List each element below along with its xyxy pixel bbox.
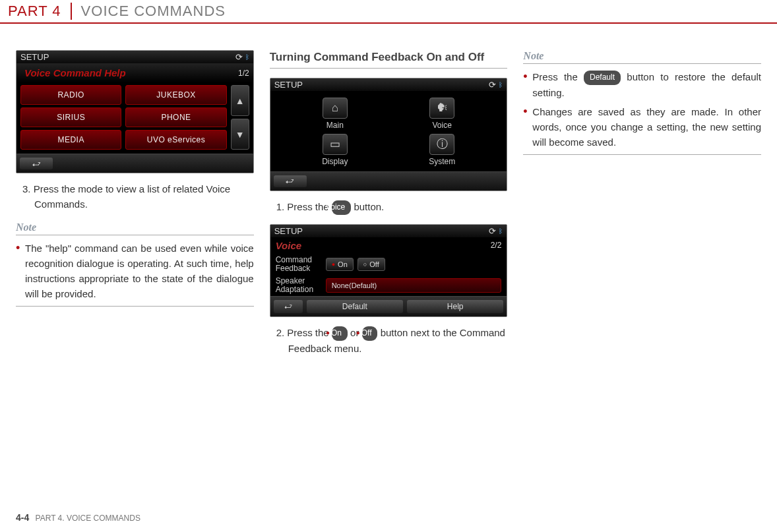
bluetooth-icon: ᛒ [499,81,503,88]
default-button[interactable]: Default [307,300,403,313]
page-header: PART 4 VOICE COMMANDS [0,0,777,24]
sync-icon: ⟳ [235,52,243,62]
status-icons: ⟳ ᛒ [489,226,503,236]
t: 1. Press the [276,201,332,212]
screenshot-voice-settings: SETUP ⟳ ᛒ Voice 2/2 Command Feedback On … [270,224,508,318]
main-tile[interactable]: ⌂Main [284,98,387,130]
system-tile[interactable]: ⓘSystem [390,134,493,166]
ss-title: SETUP [274,226,303,236]
ss-subtitle: Voice Command Help [20,66,130,80]
note-heading: Note [523,50,761,64]
radio-button[interactable]: RADIO [20,85,121,105]
t: Press the [532,71,584,82]
page-indicator: 2/2 [491,241,502,250]
scroll-up-button[interactable]: ▲ [231,85,249,116]
jukebox-button[interactable]: JUKEBOX [125,85,226,105]
note-heading: Note [16,222,254,235]
ss-title: SETUP [20,52,49,62]
t: button. [351,201,384,212]
page-indicator: 1/2 [238,69,249,78]
note-rule [523,154,761,155]
phone-button[interactable]: PHONE [125,107,226,127]
footer-text: PART 4. VOICE COMMANDS [36,514,140,523]
tile-label: Display [322,157,348,166]
sync-icon: ⟳ [489,226,496,236]
column-3: Note Press the Default button to restore… [523,50,761,365]
column-2: Turning Command Feedback On and Off SETU… [270,50,508,365]
off-pill: ●Off [362,326,378,341]
status-icons: ⟳ ᛒ [235,52,249,62]
speaker-adapt-label: Speaker Adaptation [276,277,322,294]
speaker-adapt-select[interactable]: None(Default) [326,278,502,293]
off-radio[interactable]: Off [357,258,385,271]
bluetooth-icon: ᛒ [245,53,249,61]
note-bullet-1: Press the Default button to restore the … [523,69,761,100]
back-button[interactable]: ⮐ [20,158,53,169]
sync-icon: ⟳ [489,80,496,90]
media-button[interactable]: MEDIA [20,130,121,150]
display-icon: ▭ [323,134,348,155]
step-2-text: 2. Press the ●On or ●Off button next to … [275,325,508,356]
content-columns: SETUP ⟳ ᛒ Voice Command Help 1/2 RADIO S… [0,24,777,365]
help-button[interactable]: Help [407,300,503,313]
step-1-text: 1. Press the Voice button. [275,199,508,215]
home-icon: ⌂ [323,98,348,119]
info-icon: ⓘ [429,134,454,155]
tile-label: System [429,157,455,166]
scroll-down-button[interactable]: ▼ [231,119,249,150]
voice-pill: Voice [332,200,351,215]
t: 2. Press the [276,327,332,338]
on-radio[interactable]: On [326,258,354,271]
tile-label: Main [326,121,344,130]
uvo-button[interactable]: UVO eServices [125,130,226,150]
ss-title: SETUP [274,80,303,90]
column-1: SETUP ⟳ ᛒ Voice Command Help 1/2 RADIO S… [16,50,254,365]
note-bullet-2: Changes are saved as they are made. In o… [523,104,761,150]
back-button[interactable]: ⮐ [274,300,303,313]
back-button[interactable]: ⮐ [274,175,307,187]
ss-subtitle: Voice [276,240,301,251]
note-bullet-1: The "help" command can be used even whil… [16,241,254,302]
page-number: 4-4 [16,512,29,523]
sirius-button[interactable]: SIRIUS [20,107,121,127]
cmd-feedback-label: Command Feedback [276,256,322,273]
section-heading: Turning Command Feedback On and Off [270,50,508,69]
tile-label: Voice [432,121,451,130]
screenshot-voice-help: SETUP ⟳ ᛒ Voice Command Help 1/2 RADIO S… [16,50,254,173]
screenshot-setup-menu: SETUP ⟳ ᛒ ⌂Main 🗣Voice ▭Display ⓘSystem … [270,78,508,191]
on-pill: ●On [332,326,348,341]
voice-icon: 🗣 [429,98,454,119]
status-icons: ⟳ ᛒ [489,80,503,90]
default-pill: Default [584,71,621,85]
page-footer: 4-4 PART 4. VOICE COMMANDS [16,512,140,523]
display-tile[interactable]: ▭Display [284,134,387,166]
bluetooth-icon: ᛒ [499,227,503,235]
step-3-text: 3. Press the mode to view a list of rela… [21,181,254,212]
note-rule [16,306,254,307]
part-title: VOICE COMMANDS [72,3,226,20]
part-label: PART 4 [8,3,72,20]
voice-tile[interactable]: 🗣Voice [390,98,493,130]
